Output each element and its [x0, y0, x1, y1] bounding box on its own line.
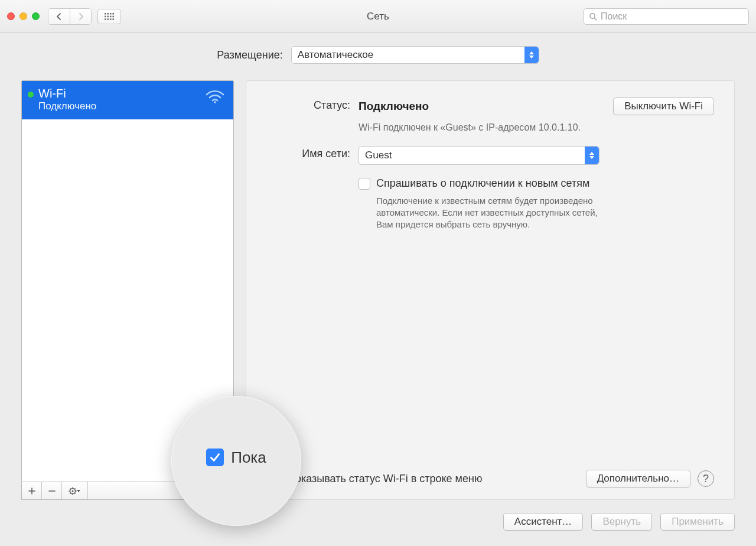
- check-icon: [210, 453, 220, 462]
- remove-service-button[interactable]: [42, 482, 62, 499]
- network-label: Имя сети:: [266, 146, 359, 160]
- advanced-button[interactable]: Дополнительно…: [586, 470, 690, 488]
- svg-rect-8: [105, 18, 106, 20]
- svg-line-22: [74, 493, 75, 493]
- svg-rect-5: [107, 15, 109, 17]
- chevron-updown-icon: [585, 147, 599, 164]
- svg-rect-9: [107, 18, 109, 20]
- gear-icon: [69, 487, 82, 495]
- ask-to-join-label: Спрашивать о подключении к новым сетям: [376, 177, 589, 190]
- apply-button[interactable]: Применить: [660, 513, 735, 531]
- svg-line-13: [594, 18, 597, 20]
- svg-point-16: [71, 490, 73, 492]
- status-dot-icon: [28, 92, 34, 98]
- svg-rect-4: [105, 15, 106, 17]
- chevron-updown-icon: [524, 47, 539, 63]
- location-label: Размещение:: [217, 49, 282, 61]
- plus-icon: [28, 488, 35, 495]
- svg-line-24: [74, 488, 75, 489]
- status-description: Wi-Fi подключен к «Guest» с IP-адресом 1…: [359, 121, 607, 134]
- network-value: Guest: [365, 150, 392, 161]
- search-placeholder: Поиск: [601, 11, 627, 22]
- search-input[interactable]: Поиск: [584, 8, 749, 25]
- service-name: Wi-Fi: [38, 87, 224, 100]
- close-window-button[interactable]: [7, 12, 15, 20]
- network-select[interactable]: Guest: [359, 146, 599, 165]
- detail-bottom-row: Показывать статус Wi-Fi в строке меню До…: [266, 464, 714, 488]
- footer: Ассистент… Вернуть Применить: [0, 500, 756, 546]
- show-all-button[interactable]: [97, 9, 121, 24]
- location-value: Автоматическое: [298, 49, 373, 61]
- toolbar: Сеть Поиск: [0, 0, 756, 33]
- svg-rect-6: [110, 15, 112, 17]
- svg-rect-7: [113, 15, 115, 17]
- service-action-menu[interactable]: [62, 482, 88, 499]
- traffic-lights: [7, 12, 40, 20]
- location-row: Размещение: Автоматическое: [21, 46, 735, 64]
- svg-point-14: [214, 101, 216, 103]
- wifi-icon: [205, 88, 225, 103]
- svg-rect-0: [105, 13, 106, 15]
- location-select[interactable]: Автоматическое: [291, 46, 539, 64]
- assistant-button[interactable]: Ассистент…: [503, 513, 584, 531]
- zoom-callout: Пока: [171, 396, 301, 526]
- sidebar-item-wifi[interactable]: Wi-Fi Подключено: [22, 81, 233, 119]
- forward-button[interactable]: [70, 9, 91, 24]
- minus-icon: [48, 488, 56, 495]
- ask-to-join-description: Подключение к известным сетям будет прои…: [376, 195, 607, 231]
- add-service-button[interactable]: [22, 482, 42, 499]
- network-prefs-window: Сеть Поиск Размещение: Автоматическое Wi…: [0, 0, 756, 546]
- status-label: Статус:: [266, 98, 359, 112]
- zoom-checkbox-icon: [206, 448, 224, 466]
- back-button[interactable]: [48, 9, 70, 24]
- zoom-window-button[interactable]: [32, 12, 40, 20]
- main-columns: Wi-Fi Подключено: [21, 80, 735, 500]
- content: Размещение: Автоматическое Wi-Fi Подключ…: [0, 33, 756, 500]
- svg-line-21: [70, 488, 70, 489]
- svg-line-23: [70, 493, 70, 493]
- revert-button[interactable]: Вернуть: [591, 513, 652, 531]
- nav-buttons: [48, 8, 92, 25]
- search-icon: [589, 12, 597, 21]
- status-value: Подключено: [359, 100, 429, 113]
- svg-rect-11: [113, 18, 115, 20]
- turn-off-wifi-button[interactable]: Выключить Wi-Fi: [613, 98, 714, 115]
- help-button[interactable]: ?: [698, 470, 714, 487]
- svg-rect-2: [110, 13, 112, 15]
- zoom-text: Пока: [231, 448, 266, 467]
- service-status: Подключено: [38, 100, 224, 112]
- detail-pane: Статус: Подключено Выключить Wi-Fi Wi-Fi…: [246, 80, 735, 500]
- svg-rect-10: [110, 18, 112, 20]
- show-wifi-menubar-label: Показывать статус Wi-Fi в строке меню: [288, 473, 482, 485]
- minimize-window-button[interactable]: [19, 12, 27, 20]
- ask-to-join-checkbox[interactable]: [359, 178, 370, 190]
- svg-rect-1: [107, 13, 109, 15]
- svg-rect-3: [113, 13, 115, 15]
